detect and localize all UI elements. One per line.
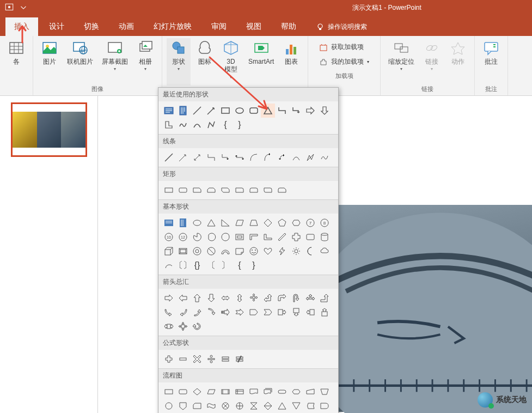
shape-multiply[interactable]: [190, 352, 204, 366]
shape-vertical-textbox[interactable]: [176, 104, 190, 118]
shape-textbox[interactable]: [162, 104, 176, 118]
shape-not-equal[interactable]: [233, 352, 247, 366]
tables-button-partial[interactable]: 各: [4, 38, 28, 86]
shape-rounded-rect[interactable]: [176, 183, 190, 197]
shape-cross[interactable]: [289, 230, 303, 244]
shape-right-brace[interactable]: }: [233, 118, 247, 132]
tab-insert[interactable]: 插入: [5, 17, 38, 36]
shape-arrow-left[interactable]: [176, 291, 190, 305]
shape-arrow-notched[interactable]: [233, 305, 247, 319]
shape-freeform-tool[interactable]: [303, 150, 317, 165]
shape-fc-alt-process[interactable]: [176, 385, 190, 399]
shape-parallelogram[interactable]: [233, 216, 247, 230]
shape-line[interactable]: [162, 150, 176, 165]
shape-bevel[interactable]: [176, 244, 190, 258]
shape-right-brace[interactable]: }: [247, 258, 261, 272]
shape-fc-manual-op[interactable]: [317, 385, 332, 399]
shape-arrow-bent-up[interactable]: [317, 291, 332, 305]
shape-scribble[interactable]: [176, 118, 190, 132]
shape-cube[interactable]: [162, 244, 176, 258]
tab-help[interactable]: 帮助: [272, 17, 305, 36]
zoom-button[interactable]: 缩放定位 ▾: [385, 38, 418, 84]
shape-round2-rect[interactable]: [247, 183, 261, 197]
shape-circular-arrow[interactable]: [190, 319, 204, 333]
shape-elbow-double[interactable]: [233, 150, 247, 165]
shape-fc-offpage[interactable]: [176, 399, 190, 413]
shape-isoceles-triangle[interactable]: [261, 104, 275, 118]
shape-oval[interactable]: [190, 216, 204, 230]
shape-equal[interactable]: [218, 352, 233, 366]
icons-button[interactable]: 图标: [193, 38, 217, 86]
tab-design[interactable]: 设计: [40, 17, 73, 36]
shape-fc-manual-input[interactable]: [303, 385, 317, 399]
shape-fc-merge[interactable]: [289, 399, 303, 413]
shape-diamond[interactable]: [261, 216, 275, 230]
shape-divide[interactable]: [204, 352, 218, 366]
shape-folded-corner[interactable]: [233, 244, 247, 258]
shape-block-arc[interactable]: [218, 244, 233, 258]
shape-fc-process[interactable]: [162, 385, 176, 399]
shape-arrow-right[interactable]: [303, 104, 317, 118]
shape-fc-collate[interactable]: [247, 399, 261, 413]
shape-rounded-rect[interactable]: [247, 104, 261, 118]
shape-plus[interactable]: [162, 352, 176, 366]
tab-slideshow[interactable]: 幻灯片放映: [145, 17, 200, 36]
shape-trapezoid[interactable]: [247, 216, 261, 230]
shape-arrow-curved-d[interactable]: [204, 305, 218, 319]
shape-left-brace[interactable]: {: [218, 118, 233, 132]
shape-arrow-curved-u[interactable]: [190, 305, 204, 319]
shape-snip-diag-rect[interactable]: [218, 183, 233, 197]
shape-triangle[interactable]: [204, 216, 218, 230]
shape-fc-card[interactable]: [190, 399, 204, 413]
shape-arrow-down[interactable]: [317, 104, 332, 118]
shape-decagon[interactable]: 10: [162, 230, 176, 244]
shape-curved-arrow[interactable]: [261, 150, 275, 165]
shape-smiley[interactable]: [247, 244, 261, 258]
shape-hexagon[interactable]: [289, 216, 303, 230]
shape-diagonal-stripe[interactable]: [275, 230, 289, 244]
3d-models-button[interactable]: 3D模型 ▾: [219, 38, 243, 86]
shape-heart[interactable]: [261, 244, 275, 258]
shape-double-bracket[interactable]: 〔〕: [176, 258, 190, 272]
shape-fc-stored-data[interactable]: [303, 399, 317, 413]
shape-fc-extract[interactable]: [275, 399, 289, 413]
shape-elbow-arrow[interactable]: [218, 150, 233, 165]
shape-chevron[interactable]: [261, 305, 275, 319]
shape-fc-connector[interactable]: [162, 399, 176, 413]
shape-fc-predefined[interactable]: [218, 385, 233, 399]
shape-moon[interactable]: [303, 244, 317, 258]
shape-snip2-rect[interactable]: [204, 183, 218, 197]
shape-arrow-left-up[interactable]: [261, 291, 275, 305]
shape-no-symbol[interactable]: [204, 244, 218, 258]
shape-arrow-lr[interactable]: [218, 291, 233, 305]
shape-pentagon-arrow[interactable]: [247, 305, 261, 319]
shape-fc-sort[interactable]: [261, 399, 275, 413]
shape-arrow-down[interactable]: [204, 291, 218, 305]
shape-arrow-striped[interactable]: [218, 305, 233, 319]
shape-half-frame[interactable]: [247, 230, 261, 244]
shape-line[interactable]: [190, 104, 204, 118]
shape-curve-tool[interactable]: [289, 150, 303, 165]
shape-l-shape[interactable]: [261, 230, 275, 244]
shape-elbow[interactable]: [204, 150, 218, 165]
shape-elbow-connector[interactable]: [275, 104, 289, 118]
shape-arrow-left-right-up[interactable]: [303, 291, 317, 305]
shape-teardrop[interactable]: [218, 230, 233, 244]
shape-arrow-quad[interactable]: [247, 291, 261, 305]
shape-pentagon[interactable]: [275, 216, 289, 230]
shape-dodecagon[interactable]: 12: [176, 230, 190, 244]
shape-fc-decision[interactable]: [190, 385, 204, 399]
shape-cloud[interactable]: [317, 244, 332, 258]
shape-curved-double[interactable]: [275, 150, 289, 165]
tab-view[interactable]: 视图: [237, 17, 270, 36]
shape-arrow-callout-lr[interactable]: [162, 319, 176, 333]
chart-button[interactable]: 图表: [279, 38, 303, 86]
shape-curve[interactable]: [190, 118, 204, 132]
shape-left-bracket[interactable]: 〔: [204, 258, 218, 272]
photo-album-button[interactable]: 相册 ▾: [133, 38, 157, 84]
shape-arrow-right[interactable]: [162, 291, 176, 305]
shape-heptagon[interactable]: 7: [303, 216, 317, 230]
shape-pie[interactable]: [190, 230, 204, 244]
shape-fc-multidocument[interactable]: [261, 385, 275, 399]
shape-plaque[interactable]: [303, 230, 317, 244]
